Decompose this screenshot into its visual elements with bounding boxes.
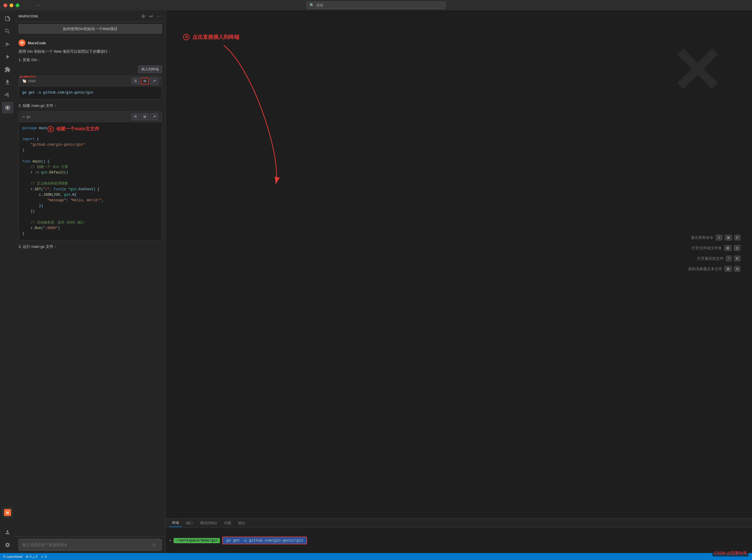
code-body-go: package main import ( "github.com/gin-go… <box>19 122 162 240</box>
section2-label: 2. 创建 main.go 文件： <box>19 103 162 109</box>
terminal-dot: ● <box>169 539 171 543</box>
titlebar: ← → 🔍 搜索 <box>0 0 752 11</box>
chat-tooltip: 如何使用Gin初始化一个Web项目 <box>19 24 162 34</box>
open-go-icon[interactable]: ↗ <box>150 113 158 120</box>
traffic-lights <box>3 3 19 7</box>
shell-icon: 🐚 <box>22 79 27 83</box>
sidebar-header: MARSCODE ⊕ ⇌ ··· <box>15 11 165 22</box>
minimize-button[interactable] <box>9 3 13 7</box>
code-block-go: ③ 创建一个main主文件 ∞ go ⎘ ↗ <box>19 111 162 241</box>
annotation-4-label: 点击直接插入到终端 <box>192 34 239 41</box>
shortcut-recent: 打开最近的文件 ^ R <box>697 256 740 261</box>
intro-text: 使用 Gin 初始化一个 Web 项目可以按照以下步骤进行： <box>19 49 162 55</box>
chat-avatar: M MarsCode <box>19 39 162 46</box>
code-actions-shell: ⎘ ↗ <box>132 78 158 84</box>
search-icon: 🔍 <box>310 3 314 7</box>
launchpad-icon: ⎘ <box>3 555 5 558</box>
terminal-tab-terminal[interactable]: 终端 <box>169 519 182 527</box>
activity-icon-settings[interactable] <box>2 539 13 551</box>
avatar: M <box>19 39 25 46</box>
section3-label: 3. 运行 main.go 文件： <box>19 244 162 250</box>
keyboard-shortcuts: 显示所有命令 ⇧ ⌘ P 打开文件或文件夹 ⌘ O 打开最近的文件 ^ R 新的… <box>688 235 740 272</box>
section1-label: 1. 安装 Gin： <box>19 57 162 63</box>
svg-rect-0 <box>5 94 6 96</box>
status-launchpad[interactable]: ⎘ Launchpad <box>3 555 22 558</box>
editor-area: ✕ ④ 点击直接插入到终端 显示所有命令 ⇧ ⌘ P 打开文件或文件夹 ⌘ O <box>166 11 752 518</box>
copy-code-icon[interactable]: ⎘ <box>132 78 140 84</box>
svg-rect-3 <box>6 93 7 94</box>
terminal-tab-output[interactable]: 输出 <box>235 519 248 527</box>
terminal-command[interactable]: go get -u github.com/gin-gonic/gin <box>222 537 307 544</box>
copy-go-icon[interactable]: ⎘ <box>132 113 140 120</box>
forward-icon[interactable]: → <box>36 3 40 8</box>
insert-to-terminal-button[interactable]: 插入到终端 <box>138 65 162 73</box>
circle-icon: ⊕ <box>26 555 28 559</box>
app-body: M MARSCODE ⊕ ⇌ ··· 如何使用Gin初始化一个Web项目 M M… <box>0 11 752 553</box>
terminal-tabs: 终端 端口 调试控制台 问题 输出 <box>166 519 752 528</box>
chat-content: M MarsCode 使用 Gin 初始化一个 Web 项目可以按照以下步骤进行… <box>15 36 165 536</box>
svg-rect-4 <box>7 93 9 94</box>
terminal-content: ● ~/workspace/demo/gin go get -u github.… <box>166 528 752 553</box>
code-block-go-header: ∞ go ⎘ ↗ <box>19 112 162 122</box>
open-file-icon[interactable]: ↗ <box>150 78 158 84</box>
sidebar-title: MARSCODE <box>19 15 38 18</box>
chat-input[interactable] <box>22 543 149 547</box>
insert-btn-row: 插入到终端 <box>19 65 162 73</box>
sidebar-chat: MARSCODE ⊕ ⇌ ··· 如何使用Gin初始化一个Web项目 M Mar… <box>15 11 166 553</box>
terminal-tab-port[interactable]: 端口 <box>183 519 196 527</box>
code-body-shell: go get -u github.com/gin-gonic/gin <box>19 86 162 99</box>
shortcut-all-commands: 显示所有命令 ⇧ ⌘ P <box>691 235 740 241</box>
code-lang-shell: 🐚 shell <box>22 79 36 83</box>
activity-icon-run[interactable] <box>2 51 13 63</box>
shortcut-open-file: 打开文件或文件夹 ⌘ O <box>692 245 740 251</box>
terminal-tab-problems[interactable]: 问题 <box>221 519 234 527</box>
new-chat-icon[interactable]: ⊕ <box>140 13 146 19</box>
titlebar-navigation: ← → <box>26 3 40 8</box>
chat-input-wrapper[interactable]: ▷ <box>19 539 162 551</box>
activity-icon-marscode[interactable]: M <box>2 507 13 518</box>
status-errors[interactable]: ⊕ 0 △ 0 <box>26 555 37 559</box>
status-warnings[interactable]: ⚠ 0 <box>41 555 47 559</box>
svg-point-7 <box>6 106 8 108</box>
code-lang-go: ∞ go <box>22 115 31 119</box>
chat-input-area: ▷ <box>15 536 165 553</box>
back-icon[interactable]: ← <box>26 3 31 8</box>
terminal-tab-debug[interactable]: 调试控制台 <box>197 519 220 527</box>
more-icon[interactable]: ··· <box>156 13 162 19</box>
shortcut-new-file: 新的无标题文本文件 ⌘ N <box>688 266 740 272</box>
activity-icon-deploy[interactable] <box>2 77 13 88</box>
activity-icon-source-control[interactable] <box>2 38 13 50</box>
titlebar-search[interactable]: 🔍 搜索 <box>306 1 446 9</box>
activity-icon-docker[interactable] <box>2 89 13 101</box>
activity-bar: M <box>0 11 15 553</box>
watermark-x: ✕ <box>670 39 723 103</box>
svg-rect-2 <box>7 94 9 96</box>
status-bar: ⎘ Launchpad ⊕ 0 △ 0 ⚠ 0 <box>0 553 752 560</box>
go-icon: ∞ <box>22 115 25 119</box>
activity-icon-ai-chat[interactable] <box>2 102 13 114</box>
code-block-shell-header: 🐚 shell ⎘ ↗ <box>19 76 162 86</box>
insert-go-terminal-icon[interactable] <box>141 113 149 120</box>
annotation-4-badge: ④ <box>183 34 190 40</box>
activity-icon-search[interactable] <box>2 25 13 37</box>
close-button[interactable] <box>3 3 7 7</box>
status-left: ⎘ Launchpad ⊕ 0 △ 0 ⚠ 0 <box>3 555 47 559</box>
activity-icon-extensions[interactable] <box>2 64 13 75</box>
split-icon[interactable]: ⇌ <box>148 13 154 19</box>
sidebar-actions: ⊕ ⇌ ··· <box>140 13 162 19</box>
insert-terminal-icon[interactable] <box>141 78 149 84</box>
avatar-name: MarsCode <box>28 41 46 45</box>
chat-message: M MarsCode 使用 Gin 初始化一个 Web 项目可以按照以下步骤进行… <box>19 39 162 250</box>
main-editor-area: ✕ ④ 点击直接插入到终端 显示所有命令 ⇧ ⌘ P 打开文件或文件夹 ⌘ O <box>166 11 752 553</box>
send-button[interactable]: ▷ <box>151 541 158 548</box>
activity-icon-explorer[interactable] <box>2 13 13 24</box>
svg-text:M: M <box>6 511 9 515</box>
svg-rect-5 <box>7 96 9 97</box>
csdn-watermark: CSDN @完美句号 <box>712 550 749 557</box>
svg-rect-1 <box>6 94 7 96</box>
maximize-button[interactable] <box>16 3 19 7</box>
activity-icon-account[interactable] <box>2 526 13 538</box>
search-placeholder: 搜索 <box>316 3 323 8</box>
annotation-arrows <box>166 11 752 518</box>
code-actions-go: ⎘ ↗ <box>132 113 158 120</box>
